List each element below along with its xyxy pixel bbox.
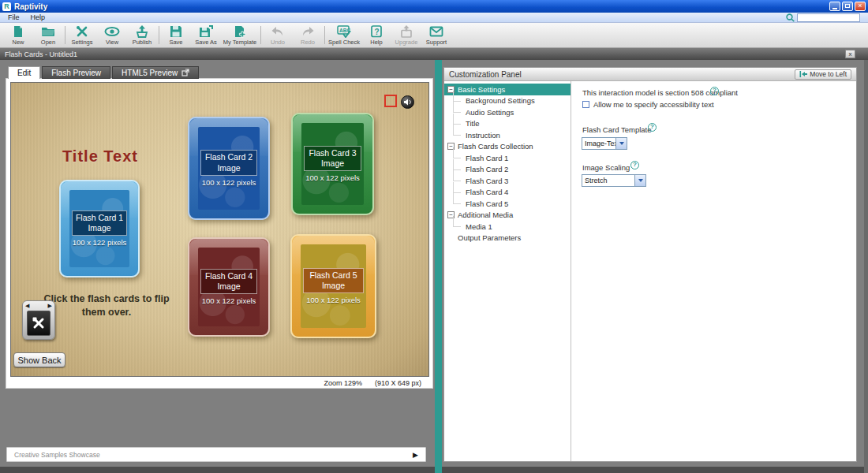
undo-arrow-icon — [270, 25, 286, 38]
open-button[interactable]: Open — [33, 23, 63, 47]
tree-item-flash-card-2[interactable]: Flash Card 2 — [444, 164, 571, 176]
template-label: Flash Card Template — [582, 125, 651, 134]
preview-tabs: Edit Flash Preview HTML5 Preview — [8, 66, 199, 79]
spell-check-button[interactable]: ABC Spell Check — [327, 23, 361, 47]
tools-widget[interactable]: ◀ ▶ — [22, 300, 55, 340]
tab-html5-preview[interactable]: HTML5 Preview — [112, 66, 199, 79]
edit-area: Title Text Flash Card 1Image 100 x 122 p… — [6, 79, 432, 388]
move-to-left-button[interactable]: Move to Left — [795, 69, 851, 80]
tree-item-title[interactable]: Title — [444, 118, 571, 130]
tree-item-instruction[interactable]: Instruction — [444, 129, 571, 141]
show-back-button[interactable]: Show Back — [13, 352, 65, 367]
canvas-instruction-text[interactable]: Click the flash cards to flip them over. — [39, 292, 174, 319]
title-bar: R Raptivity × — [0, 0, 868, 13]
help-question-icon: ? — [369, 25, 384, 38]
external-link-icon — [181, 69, 189, 76]
selection-handle[interactable] — [384, 95, 397, 107]
document-title: Flash Cards - Untitled1 — [5, 50, 77, 58]
prev-arrow-icon[interactable]: ◀ — [25, 303, 29, 309]
redo-arrow-icon — [300, 25, 316, 38]
compliance-help-icon[interactable]: ? — [710, 87, 719, 95]
tree-item-output-parameters[interactable]: Output Parameters — [444, 233, 571, 244]
my-template-button[interactable]: My Template — [221, 23, 259, 47]
upgrade-button[interactable]: Upgrade — [391, 23, 421, 47]
restore-button[interactable] — [842, 2, 853, 11]
tree-item-flash-card-1[interactable]: Flash Card 1 — [444, 152, 571, 164]
settings-tools-icon — [74, 25, 90, 38]
tree-item-flash-card-5[interactable]: Flash Card 5 — [444, 198, 571, 210]
next-arrow-icon[interactable]: ▶ — [48, 303, 52, 309]
panel-divider[interactable] — [435, 60, 442, 473]
menu-file[interactable]: File — [8, 13, 20, 21]
support-button[interactable]: Support — [421, 23, 451, 47]
dropdown-arrow-icon[interactable] — [634, 175, 645, 186]
canvas-size: (910 X 649 px) — [375, 379, 421, 387]
help-button[interactable]: ? Help — [361, 23, 391, 47]
tree-item-background-settings[interactable]: Background Settings — [444, 95, 571, 107]
flash-card-5[interactable]: Flash Card 5Image 100 x 122 pixels — [290, 234, 376, 338]
save-as-button[interactable]: Save As — [191, 23, 221, 47]
showcase-bar[interactable]: Creative Samples Showcase ▶ — [6, 447, 426, 462]
spell-check-icon: ABC — [336, 25, 352, 38]
template-dropdown[interactable]: Image-Text — [582, 137, 627, 150]
new-document-icon — [10, 25, 26, 38]
bottom-strip — [0, 467, 868, 473]
floppy-icon — [168, 25, 184, 38]
save-button[interactable]: Save — [161, 23, 191, 47]
redo-button[interactable]: Redo — [293, 23, 323, 47]
scaling-label: Image Scaling — [582, 163, 630, 172]
audio-speaker-icon[interactable] — [401, 95, 414, 109]
document-bar: Flash Cards - Untitled1 x — [0, 48, 868, 60]
move-left-icon — [799, 71, 807, 77]
dropdown-arrow-icon[interactable] — [615, 138, 627, 149]
customization-panel-header: Customization Panel Move to Left — [444, 68, 856, 81]
settings-button[interactable]: Settings — [67, 23, 97, 47]
flash-card-2[interactable]: Flash Card 2Image 100 x 122 pixels — [188, 117, 270, 220]
tree-item-audio-settings[interactable]: Audio Settings — [444, 106, 571, 118]
upgrade-box-icon — [398, 25, 414, 38]
flash-card-1[interactable]: Flash Card 1Image 100 x 122 pixels — [59, 180, 140, 277]
right-edge-strip — [864, 60, 868, 473]
undo-button[interactable]: Undo — [263, 23, 293, 47]
window-title: Raptivity — [14, 2, 47, 11]
tree-item-additional-media[interactable]: − Additional Media — [444, 210, 571, 222]
main-toolbar: New Open Settings View Publish Save Save… — [0, 23, 868, 48]
publish-button[interactable]: Publish — [127, 23, 157, 47]
accessibility-checkbox[interactable] — [582, 101, 589, 108]
svg-text:?: ? — [375, 27, 380, 35]
tree-item-flash-cards-collection[interactable]: − Flash Cards Collection — [444, 141, 571, 153]
minimize-button[interactable] — [829, 2, 840, 11]
scaling-dropdown[interactable]: Stretch — [582, 174, 646, 187]
canvas-title-text[interactable]: Title Text — [33, 147, 167, 166]
tree-item-media-1[interactable]: Media 1 — [444, 221, 571, 233]
floppy-plus-icon — [198, 25, 214, 38]
envelope-icon — [428, 25, 444, 38]
zoom-status: Zoom 129% (910 X 649 px) — [324, 379, 421, 387]
search-input[interactable] — [797, 13, 860, 22]
settings-tree: − Basic Settings Background Settings Aud… — [444, 81, 571, 461]
customization-panel: Customization Panel Move to Left − Basic… — [443, 67, 857, 462]
customization-panel-title: Customization Panel — [449, 70, 522, 79]
tab-edit[interactable]: Edit — [8, 66, 40, 79]
new-button[interactable]: New — [3, 23, 33, 47]
close-button[interactable]: × — [855, 2, 866, 11]
raptivity-window: R Raptivity × File Help New Open — [0, 0, 868, 473]
flash-card-4[interactable]: Flash Card 4Image 100 x 122 pixels — [188, 237, 270, 337]
tree-item-flash-card-4[interactable]: Flash Card 4 — [444, 187, 571, 199]
flash-card-3[interactable]: Flash Card 3Image 100 x 122 pixels — [291, 113, 374, 215]
tree-item-flash-card-3[interactable]: Flash Card 3 — [444, 175, 571, 187]
menu-help[interactable]: Help — [31, 13, 46, 21]
scaling-help-icon[interactable]: ? — [630, 161, 639, 169]
view-button[interactable]: View — [97, 23, 127, 47]
document-close-icon[interactable]: x — [845, 50, 855, 58]
template-help-icon[interactable]: ? — [648, 123, 657, 132]
zoom-level: Zoom 129% — [324, 379, 362, 387]
app-logo-icon: R — [2, 2, 11, 11]
eye-icon — [104, 25, 120, 38]
interaction-canvas[interactable]: Title Text Flash Card 1Image 100 x 122 p… — [10, 82, 429, 377]
showcase-label: Creative Samples Showcase — [14, 451, 100, 459]
tab-flash-preview[interactable]: Flash Preview — [42, 66, 110, 79]
showcase-play-icon[interactable]: ▶ — [413, 451, 418, 459]
tree-item-basic-settings[interactable]: − Basic Settings — [444, 84, 571, 95]
menu-bar: File Help — [0, 13, 868, 23]
